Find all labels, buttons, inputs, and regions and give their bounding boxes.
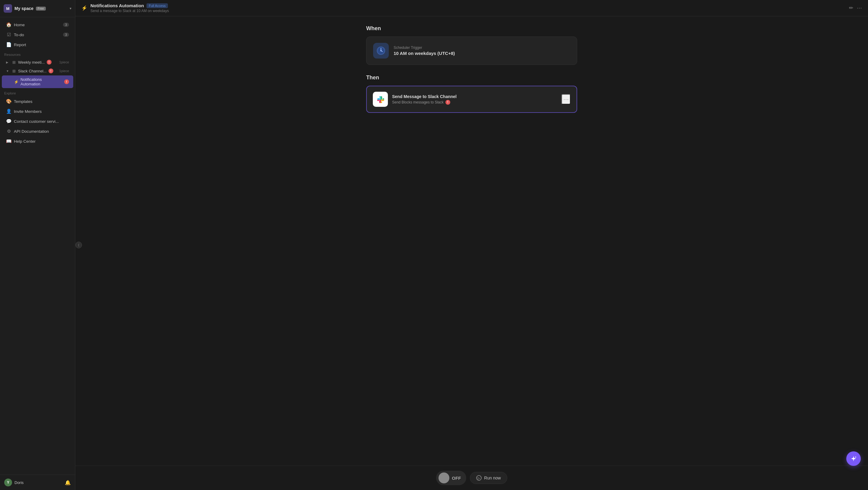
svg-point-4 <box>380 50 381 51</box>
user-name: Doris <box>14 480 24 485</box>
templates-label: Templates <box>14 99 33 104</box>
expand-arrow-icon: ▶ <box>6 61 10 64</box>
slack-icon-wrapper <box>373 92 388 107</box>
sidebar-item-todo[interactable]: ☑ To-do 3 <box>2 30 73 39</box>
invite-icon: 👤 <box>6 109 11 114</box>
automation-dot-badge: ! <box>64 79 69 84</box>
chevron-down-icon: ▾ <box>70 6 71 10</box>
scheduler-icon <box>376 46 386 56</box>
weekly-dot-badge: ! <box>47 60 52 64</box>
action-info: Send Message to Slack Channel Send Block… <box>392 94 457 105</box>
space-avatar: M <box>4 4 12 13</box>
sidebar-nav: 🏠 Home 3 ☑ To-do 3 📄 Report Resources ▶ … <box>0 17 75 474</box>
collapse-arrow-icon: ▼ <box>6 69 10 73</box>
user-avatar: Y <box>4 479 12 486</box>
action-subtitle-text: Send Blocks messages to Slack <box>392 100 444 105</box>
sidebar-collapse-button[interactable]: ⟨ <box>75 242 82 248</box>
fab-sparkle-icon <box>850 455 857 462</box>
fab-button[interactable] <box>846 451 861 466</box>
edit-icon[interactable]: ✏ <box>849 5 853 11</box>
sidebar-item-notifications-automation[interactable]: ⚡ Notifications Automation ! <box>2 76 73 88</box>
invite-label: Invite Members <box>14 109 41 114</box>
action-card-menu-button[interactable]: ⋯ <box>561 94 570 105</box>
slack-channel-piece-count: 1piece <box>59 69 69 73</box>
when-section-header: When <box>366 25 577 32</box>
trigger-label: Scheduler Trigger <box>394 46 455 50</box>
sidebar-item-contact[interactable]: 💬 Contact customer servi... <box>2 116 73 126</box>
nav-label-report: Report <box>14 42 26 47</box>
trigger-info: Scheduler Trigger 10 AM on weekdays (UTC… <box>394 46 455 56</box>
notifications-automation-label: Notifications Automation <box>21 77 62 86</box>
help-label: Help Center <box>14 139 36 144</box>
todo-badge: 3 <box>63 33 69 37</box>
content-area: When Scheduler Trigger 10 AM on weekdays… <box>75 16 868 466</box>
scheduler-icon-wrapper <box>373 43 389 59</box>
grid-icon: ⊞ <box>11 60 16 64</box>
run-now-button[interactable]: ▷ Run now <box>470 472 507 484</box>
topbar-actions: ✏ ⋯ <box>849 5 862 11</box>
sidebar-item-report[interactable]: 📄 Report <box>2 40 73 50</box>
run-icon: ▷ <box>476 475 482 481</box>
action-title: Send Message to Slack Channel <box>392 94 457 99</box>
report-icon: 📄 <box>6 42 11 47</box>
space-name: My space <box>14 6 33 11</box>
grid-icon-2: ⊞ <box>11 68 16 73</box>
sidebar-footer[interactable]: Y Doris 🔔 <box>0 474 75 490</box>
sidebar-item-slack-channel[interactable]: ▼ ⊞ Slack Channel... ! 1piece <box>2 67 73 75</box>
topbar-lightning-icon: ⚡ <box>82 5 87 11</box>
sidebar-item-templates[interactable]: 🎨 Templates <box>2 96 73 106</box>
api-label: API Documentation <box>14 129 49 134</box>
contact-icon: 💬 <box>6 119 11 124</box>
automation-lightning-icon: ⚡ <box>14 80 19 84</box>
full-access-badge: Full Access <box>147 3 168 8</box>
trigger-value: 10 AM on weekdays (UTC+8) <box>394 51 455 56</box>
resources-section-label: Resources <box>0 50 75 58</box>
api-icon: ⚙ <box>6 128 11 134</box>
run-now-label: Run now <box>484 475 501 480</box>
sidebar-item-weekly[interactable]: ▶ ⊞ Weekly meeti... ! 1piece <box>2 58 73 66</box>
then-section-header: Then <box>366 75 577 81</box>
nav-label-todo: To-do <box>14 33 24 37</box>
plan-badge: Free <box>36 7 46 10</box>
topbar: ⚡ Notifications Automation Full Access S… <box>75 0 868 16</box>
toggle-knob <box>438 472 450 483</box>
nav-label-home: Home <box>14 23 25 27</box>
bottom-bar: OFF ▷ Run now <box>75 466 868 490</box>
trigger-card[interactable]: Scheduler Trigger 10 AM on weekdays (UTC… <box>366 36 577 65</box>
home-badge: 3 <box>63 23 69 27</box>
sidebar-item-invite[interactable]: 👤 Invite Members <box>2 107 73 116</box>
contact-label: Contact customer servi... <box>14 119 59 124</box>
page-subtitle: Send a message to Slack at 10 AM on week… <box>90 9 169 13</box>
warning-dot-badge: ! <box>445 100 450 105</box>
todo-icon: ☑ <box>6 32 11 37</box>
flow-container: When Scheduler Trigger 10 AM on weekdays… <box>366 25 577 113</box>
sidebar-item-home[interactable]: 🏠 Home 3 <box>2 20 73 30</box>
weekly-label: Weekly meeti... <box>18 60 45 64</box>
home-icon: 🏠 <box>6 22 11 27</box>
page-title: Notifications Automation <box>90 3 144 8</box>
action-subtitle: Send Blocks messages to Slack ! <box>392 100 457 105</box>
sidebar-header[interactable]: M My space Free ▾ <box>0 0 75 17</box>
slack-channel-dot-badge: ! <box>49 68 53 73</box>
more-options-icon[interactable]: ⋯ <box>857 5 862 11</box>
help-icon: 📖 <box>6 139 11 144</box>
sidebar-item-help[interactable]: 📖 Help Center <box>2 136 73 146</box>
main-content: ⚡ Notifications Automation Full Access S… <box>75 0 868 490</box>
explore-section-label: Explore <box>0 88 75 96</box>
templates-icon: 🎨 <box>6 99 11 104</box>
slack-icon <box>375 94 386 105</box>
sidebar-item-api[interactable]: ⚙ API Documentation <box>2 126 73 136</box>
bell-icon[interactable]: 🔔 <box>65 480 71 486</box>
toggle-label: OFF <box>452 475 464 481</box>
toggle-container[interactable]: OFF <box>436 471 466 485</box>
weekly-piece-count: 1piece <box>59 60 69 64</box>
slack-channel-label: Slack Channel... <box>18 69 47 73</box>
sidebar: M My space Free ▾ 🏠 Home 3 ☑ To-do 3 📄 R… <box>0 0 75 490</box>
action-card[interactable]: Send Message to Slack Channel Send Block… <box>366 86 577 113</box>
